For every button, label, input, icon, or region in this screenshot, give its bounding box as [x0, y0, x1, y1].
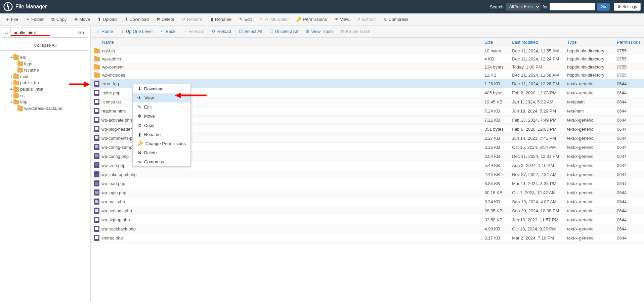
- file-size: 4.98 KB: [481, 224, 509, 233]
- context-view[interactable]: 👁View: [133, 93, 190, 102]
- file-type: text/x-generic: [564, 143, 613, 152]
- nav-up-one-level[interactable]: ↑Up One Level: [117, 27, 156, 36]
- file-modified: Feb 6, 2020, 12:03 PM: [509, 125, 564, 134]
- column-name[interactable]: Name: [91, 38, 481, 47]
- expander-icon[interactable]: +: [9, 55, 13, 59]
- context-move[interactable]: ✥Move: [133, 112, 190, 121]
- toolbar-permissions[interactable]: 🔑Permissions: [293, 15, 330, 24]
- search-scope-select[interactable]: All Your Files: [506, 3, 541, 11]
- nav-unselect-all[interactable]: ☐Unselect All: [266, 27, 301, 36]
- toolbar-rename[interactable]: ▮Rename: [206, 15, 235, 24]
- table-row[interactable]: wp-mail.php8.34 KBSep 19, 2024, 4:07 AMt…: [91, 197, 644, 206]
- tree-item-public_html[interactable]: +public_html: [0, 86, 90, 92]
- context-compress[interactable]: ⇘Compress: [133, 157, 190, 166]
- file-perm: 0755: [613, 55, 644, 63]
- toolbar-file[interactable]: ＋File: [2, 14, 22, 25]
- expander-icon[interactable]: +: [9, 81, 13, 85]
- file-type: httpd/unix-directory: [564, 71, 613, 79]
- toolbar-compress[interactable]: ⇘Compress: [380, 15, 412, 24]
- nav-toolbar: ⌂Home↑Up One Level←Back→Forward⟳Reload☑S…: [91, 26, 644, 38]
- expander-icon[interactable]: +: [9, 94, 13, 98]
- file-icon: [94, 208, 99, 214]
- table-row[interactable]: wp-includes12 KBDec 11, 2024, 11:56 AMht…: [91, 71, 644, 79]
- toolbar-edit[interactable]: ✎Edit: [235, 15, 255, 24]
- table-row[interactable]: wp-login.php50.16 KBOct 1, 2024, 12:42 A…: [91, 188, 644, 197]
- toolbar-move[interactable]: ✥Move: [71, 15, 93, 24]
- file-icon: [94, 90, 99, 96]
- home-icon-button[interactable]: ⌂: [2, 28, 11, 37]
- file-modified: Dec 11, 2024, 12:31 PM: [509, 152, 564, 161]
- column-size[interactable]: Size: [481, 38, 509, 47]
- html editor-icon: ✎: [259, 17, 263, 22]
- file-modified: Dec 11, 2024, 12:26 PM: [509, 79, 564, 88]
- file-icon: [94, 189, 99, 196]
- folder-icon: [17, 61, 23, 66]
- table-row[interactable]: cgi-bin10 bytesDec 11, 2024, 11:55 AMhtt…: [91, 47, 644, 55]
- nav-reload[interactable]: ⟳Reload: [209, 27, 234, 36]
- context-copy[interactable]: ⧉Copy: [133, 121, 190, 130]
- table-row[interactable]: wp-settings.php28.35 KBSep 30, 2024, 10:…: [91, 206, 644, 215]
- path-go-button[interactable]: Go: [74, 28, 88, 37]
- search-go-button[interactable]: Go: [597, 3, 610, 11]
- file-icon: [94, 108, 99, 114]
- table-row[interactable]: wp-admin4 KBDec 11, 2024, 12:24 PMhttpd/…: [91, 55, 644, 63]
- expander-icon[interactable]: +: [9, 87, 13, 91]
- sidebar: ⌂ Go Collapse All +etclogslscache+mail+p…: [0, 26, 91, 302]
- search-input[interactable]: [550, 3, 595, 10]
- file-modified: Jun 14, 2023, 7:41 PM: [509, 134, 564, 143]
- settings-button[interactable]: ⚙ Settings: [614, 3, 641, 11]
- nav-select-all[interactable]: ☑Select All: [235, 27, 265, 36]
- file-modified: Jun 19, 2023, 11:57 PM: [509, 215, 564, 224]
- toolbar-view[interactable]: 👁View: [331, 15, 353, 24]
- table-row[interactable]: wp-trackback.php4.98 KBOct 18, 2024, 9:2…: [91, 224, 644, 233]
- column-type[interactable]: Type: [564, 38, 613, 47]
- home-icon: ⌂: [96, 29, 100, 34]
- toolbar-upload[interactable]: ⬆Upload: [94, 15, 120, 24]
- tree-item-logs[interactable]: logs: [0, 60, 90, 67]
- nav-home[interactable]: ⌂Home: [93, 27, 117, 36]
- tree-item-ssl[interactable]: +ssl: [0, 92, 90, 99]
- tree-item-wordpress-backups[interactable]: wordpress-backups: [0, 105, 90, 112]
- tree-item-tmp[interactable]: +tmp: [0, 99, 90, 105]
- table-row[interactable]: xmlrpc.php3.17 KBMar 2, 2024, 7:19 PMtex…: [91, 233, 644, 243]
- file-size: 2.27 KB: [481, 134, 509, 143]
- tree-item-public_ftp[interactable]: +public_ftp: [0, 80, 90, 86]
- context-delete[interactable]: ✖Delete: [133, 148, 190, 157]
- toolbar-delete[interactable]: ✖Delete: [153, 15, 178, 24]
- file-size: 134 bytes: [481, 63, 509, 71]
- toolbar-download[interactable]: ⬇Download: [121, 15, 152, 24]
- table-row[interactable]: wp-load.php3.84 KBMar 11, 2024, 3:35 PMt…: [91, 179, 644, 188]
- context-download[interactable]: ⬇Download: [133, 84, 190, 93]
- tree-item-etc[interactable]: +etc: [0, 54, 90, 60]
- expander-icon[interactable]: +: [9, 100, 13, 104]
- context-rename[interactable]: ▮Rename: [133, 130, 190, 139]
- file-modified: Nov 27, 2022, 2:31 AM: [509, 170, 564, 179]
- table-row[interactable]: wp-signup.php33.58 KBJun 19, 2023, 11:57…: [91, 215, 644, 224]
- table-row[interactable]: wp-links-opml.php2.44 KBNov 27, 2022, 2:…: [91, 170, 644, 179]
- toolbar-folder[interactable]: ＋Folder: [22, 14, 47, 25]
- collapse-all-button[interactable]: Collapse All: [2, 40, 88, 51]
- table-row[interactable]: wp-content134 bytesToday, 1:00 PMhttpd/u…: [91, 63, 644, 71]
- nav-view-trash[interactable]: 🗑View Trash: [302, 27, 336, 36]
- expander-icon[interactable]: +: [9, 75, 13, 79]
- nav-back[interactable]: ←Back: [157, 27, 179, 36]
- column-permissions[interactable]: Permissions: [613, 38, 644, 47]
- toolbar-copy[interactable]: ⧉Copy: [48, 15, 70, 24]
- file-perm: 0644: [613, 88, 644, 97]
- tree-item-mail[interactable]: +mail: [0, 73, 90, 80]
- file-modified: Dec 11, 2024, 11:56 AM: [509, 71, 564, 79]
- file-size: 28.35 KB: [481, 206, 509, 215]
- context-change-permissions[interactable]: 🔑Change Permissions: [133, 139, 190, 148]
- file-type: text/x-generic: [564, 233, 613, 243]
- tree-item-lscache[interactable]: lscache: [0, 67, 90, 73]
- file-name: wp-config-sample: [101, 145, 136, 150]
- file-name: wp-activate.php: [101, 118, 132, 123]
- file-perm: 0644: [613, 215, 644, 224]
- toolbar-html-editor: ✎HTML Editor: [256, 15, 292, 24]
- context-edit[interactable]: ✎Edit: [133, 102, 190, 112]
- file-size: 50.16 KB: [481, 188, 509, 197]
- column-modified[interactable]: Last Modified: [509, 38, 564, 47]
- file-modified: Dec 11, 2024, 12:24 PM: [509, 55, 564, 63]
- file-icon: [94, 99, 99, 105]
- file-perm: 0644: [613, 224, 644, 233]
